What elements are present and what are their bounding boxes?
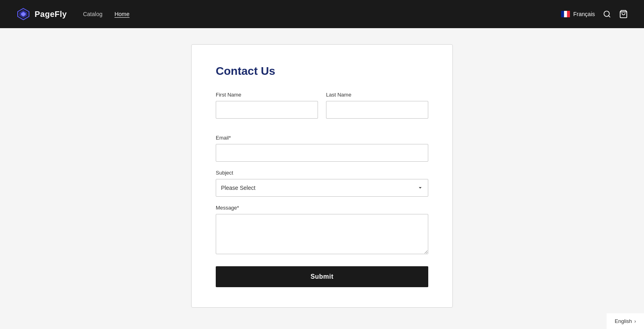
last-name-label: Last Name (326, 92, 428, 98)
svg-rect-7 (561, 11, 564, 17)
subject-select[interactable]: Please Select General Inquiry Support Bi… (216, 179, 428, 197)
footer-chevron-icon: › (634, 319, 636, 324)
email-input[interactable] (216, 144, 428, 162)
submit-button[interactable]: Submit (216, 266, 428, 287)
cart-icon (619, 10, 628, 19)
navbar: PageFly Catalog Home Français (0, 0, 644, 28)
form-title: Contact Us (216, 65, 428, 78)
email-group: Email* (216, 135, 428, 162)
message-textarea[interactable] (216, 214, 428, 254)
search-button[interactable] (603, 10, 611, 18)
subject-select-wrapper: Please Select General Inquiry Support Bi… (216, 179, 428, 197)
nav-home[interactable]: Home (114, 11, 129, 17)
subject-label: Subject (216, 170, 428, 176)
first-name-input[interactable] (216, 101, 318, 119)
main-content: Contact Us First Name Last Name Email* S… (0, 28, 644, 324)
last-name-group: Last Name (326, 92, 428, 119)
logo-text: PageFly (35, 10, 67, 19)
name-row: First Name Last Name (216, 92, 428, 127)
last-name-input[interactable] (326, 101, 428, 119)
first-name-group: First Name (216, 92, 318, 119)
language-selector[interactable]: Français (561, 11, 595, 17)
footer-language-text: English (615, 318, 632, 324)
svg-line-9 (609, 16, 610, 17)
nav-catalog[interactable]: Catalog (83, 11, 102, 17)
navbar-right: Français (561, 10, 628, 19)
first-name-label: First Name (216, 92, 318, 98)
subject-group: Subject Please Select General Inquiry Su… (216, 170, 428, 197)
search-icon (603, 10, 611, 18)
pagefly-logo-icon (16, 7, 31, 21)
contact-card: Contact Us First Name Last Name Email* S… (191, 44, 453, 308)
navbar-left: PageFly Catalog Home (16, 7, 130, 21)
message-label: Message* (216, 205, 428, 211)
footer-language-bar[interactable]: English › (607, 313, 644, 329)
email-label: Email* (216, 135, 428, 141)
message-group: Message* (216, 205, 428, 254)
cart-button[interactable] (619, 10, 628, 19)
language-text: Français (573, 11, 595, 17)
france-flag-icon (561, 11, 570, 17)
logo-area[interactable]: PageFly (16, 7, 67, 21)
nav-links: Catalog Home (83, 11, 130, 17)
